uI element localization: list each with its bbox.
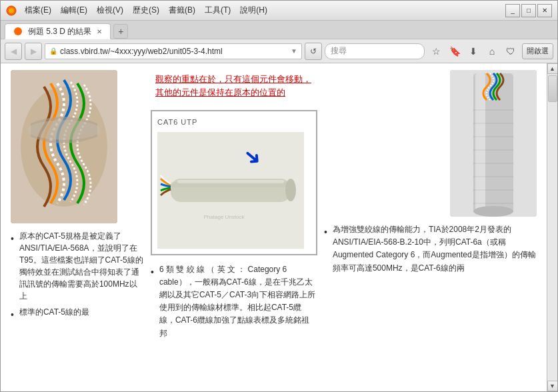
forward-button[interactable]: ▶	[25, 43, 42, 60]
address-bar: ◀ ▶ 🔒 class.vbird.tw/~4xxx:yyy/web2/unit…	[1, 39, 557, 63]
left-column: • 原本的CAT-5規格是被定義了ANSI/TIA/EIA-568A，並說明了在…	[11, 70, 144, 385]
menu-help[interactable]: 說明(H)	[236, 3, 271, 17]
left-cable-svg	[11, 70, 117, 223]
title-bar: 檔案(E) 編輯(E) 檢視(V) 歷史(S) 書籤(B) 工具(T) 說明(H…	[1, 1, 557, 21]
browser-window: 檔案(E) 編輯(E) 檢視(V) 歷史(S) 書籤(B) 工具(T) 說明(H…	[0, 0, 558, 392]
url-text: class.vbird.tw/~4xxx:yyy/web2/unit05-3-4…	[60, 47, 288, 56]
back-button[interactable]: ◀	[5, 43, 22, 60]
title-bar-left: 檔案(E) 編輯(E) 檢視(V) 歷史(S) 書籤(B) 工具(T) 說明(H…	[6, 3, 271, 17]
right-bullet-text: 為增強雙絞線的傳輸能力，TIA於2008年2月發表的ANSI/TIA/EIA-5…	[333, 223, 537, 275]
svg-rect-10	[177, 180, 284, 183]
augmented-text: Augmented	[333, 250, 373, 259]
search-placeholder: 搜尋	[331, 45, 347, 57]
svg-point-5	[27, 120, 101, 140]
home-icon[interactable]: ⌂	[483, 43, 501, 60]
svg-point-2	[14, 27, 22, 35]
annotation-line2: 其他的元件是保持在原本的位置的	[155, 87, 285, 97]
bullet-dot-2: •	[11, 307, 14, 322]
menu-history[interactable]: 歷史(S)	[129, 3, 163, 17]
shield-icon[interactable]: 🛡	[502, 43, 519, 60]
cat6-cable-svg: Phatage Unstock	[157, 132, 304, 249]
menu-view[interactable]: 檢視(V)	[93, 3, 127, 17]
main-area: 觀察的重點在於，只有這個元件會移動， 其他的元件是保持在原本的位置的	[1, 63, 547, 391]
search-bar[interactable]: 搜尋	[325, 43, 425, 59]
svg-text:Phatage Unstock: Phatage Unstock	[204, 214, 245, 220]
right-bullet-dot: •	[324, 225, 327, 275]
maximize-button[interactable]: □	[521, 4, 536, 17]
right-cable-svg	[450, 70, 537, 217]
center-bullet-dot: •	[151, 265, 154, 340]
right-cable-image	[450, 70, 537, 217]
refresh-button[interactable]: ↺	[305, 43, 322, 60]
right-bullet-1: • 為增強雙絞線的傳輸能力，TIA於2008年2月發表的ANSI/TIA/EIA…	[324, 223, 537, 275]
menu-bookmarks[interactable]: 書籤(B)	[165, 3, 199, 17]
cat6-label: CAT6 UTP	[157, 117, 311, 129]
center-bullet-1: • 6 類 雙 絞 線 （ 英 文 ： Category 6 cable），一般…	[151, 263, 317, 340]
minimize-button[interactable]: _	[505, 4, 520, 17]
bookmark-icon[interactable]: 🔖	[446, 43, 463, 60]
annotation-box: 觀察的重點在於，只有這個元件會移動， 其他的元件是保持在原本的位置的	[154, 71, 313, 100]
left-bullet-text-2: 標準的CAT-5線的最	[19, 306, 89, 322]
cat6-image-box: CAT6 UTP	[151, 110, 317, 255]
scroll-thumb[interactable]	[548, 75, 557, 102]
lock-icon: 🔒	[49, 47, 57, 55]
star-icon[interactable]: ☆	[427, 43, 445, 60]
right-column: • 為增強雙絞線的傳輸能力，TIA於2008年2月發表的ANSI/TIA/EIA…	[324, 70, 537, 385]
scroll-down-button[interactable]: ▼	[547, 381, 558, 391]
new-tab-button[interactable]: +	[113, 24, 128, 39]
tab-label: 例題 5.3 D 的結果	[28, 26, 91, 37]
menu-bar: 檔案(E) 編輯(E) 檢視(V) 歷史(S) 書籤(B) 工具(T) 說明(H…	[21, 3, 271, 17]
left-cable-image	[11, 70, 117, 223]
active-tab[interactable]: 例題 5.3 D 的結果 ✕	[5, 23, 111, 39]
left-bullet-1: • 原本的CAT-5規格是被定義了ANSI/TIA/EIA-568A，並說明了在…	[11, 230, 144, 302]
svg-point-15	[473, 206, 513, 217]
menu-tools[interactable]: 工具(T)	[201, 3, 235, 17]
left-bullet-text-1: 原本的CAT-5規格是被定義了ANSI/TIA/EIA-568A，並說明了在T9…	[19, 230, 144, 302]
center-bullets: • 6 類 雙 絞 線 （ 英 文 ： Category 6 cable），一般…	[151, 263, 317, 340]
center-column: CAT6 UTP	[151, 70, 317, 385]
tab-icon	[13, 27, 23, 36]
menu-file[interactable]: 檔案(E)	[21, 3, 55, 17]
cat6-image: Phatage Unstock	[157, 132, 304, 249]
scrollbar: ▲ ▼	[547, 63, 557, 391]
open-button[interactable]: 開啟選	[522, 43, 553, 59]
url-bar[interactable]: 🔒 class.vbird.tw/~4xxx:yyy/web2/unit05-3…	[45, 43, 302, 59]
url-dropdown-arrow[interactable]: ▼	[291, 47, 297, 55]
close-button[interactable]: ✕	[537, 4, 552, 17]
annotation-line1: 觀察的重點在於，只有這個元件會移動，	[155, 74, 311, 84]
svg-point-9	[285, 179, 296, 201]
scroll-up-button[interactable]: ▲	[547, 63, 558, 74]
toolbar-icons: ☆ 🔖 ⬇ ⌂ 🛡	[427, 43, 519, 60]
annotation-text: 觀察的重點在於，只有這個元件會移動， 其他的元件是保持在原本的位置的	[155, 73, 311, 99]
right-bullets: • 為增強雙絞線的傳輸能力，TIA於2008年2月發表的ANSI/TIA/EIA…	[324, 223, 537, 275]
menu-edit[interactable]: 編輯(E)	[57, 3, 91, 17]
page-content: 觀察的重點在於，只有這個元件會移動， 其他的元件是保持在原本的位置的	[1, 63, 557, 391]
browser-icon	[6, 5, 17, 16]
left-bullets: • 原本的CAT-5規格是被定義了ANSI/TIA/EIA-568A，並說明了在…	[11, 230, 144, 322]
center-bullet-text: 6 類 雙 絞 線 （ 英 文 ： Category 6 cable），一般稱為…	[159, 263, 317, 340]
bullet-dot-1: •	[11, 231, 14, 302]
content-columns: • 原本的CAT-5規格是被定義了ANSI/TIA/EIA-568A，並說明了在…	[11, 70, 537, 385]
window-controls: _ □ ✕	[505, 4, 552, 17]
svg-point-1	[9, 8, 14, 13]
tab-bar: 例題 5.3 D 的結果 ✕ +	[1, 21, 557, 39]
left-bullet-2: • 標準的CAT-5線的最	[11, 306, 144, 322]
download-icon[interactable]: ⬇	[465, 43, 482, 60]
tab-close-button[interactable]: ✕	[97, 28, 102, 35]
